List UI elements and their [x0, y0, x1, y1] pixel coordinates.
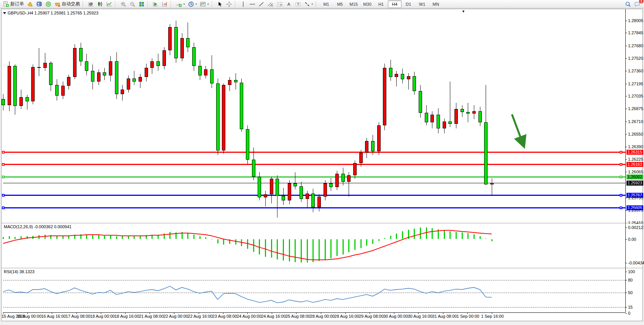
- candle-body-down: [466, 112, 470, 114]
- macd-bar: [336, 239, 338, 256]
- bar-chart-button[interactable]: [86, 0, 96, 8]
- timeframe-d1[interactable]: D1: [402, 0, 415, 8]
- rsi-tick-label: 80: [628, 278, 633, 282]
- equidistant-channel-button[interactable]: E: [266, 0, 275, 8]
- macd-bar: [27, 236, 28, 239]
- candle-body-down: [132, 78, 136, 82]
- chat-button[interactable]: 1: [633, 0, 642, 8]
- new-order-icon: [3, 1, 9, 7]
- date-label: 28 Aug 16:00: [335, 314, 359, 319]
- macd-bar: [408, 230, 409, 239]
- macd-bar: [265, 239, 266, 257]
- macd-bar: [444, 230, 445, 239]
- candle-body-down: [419, 91, 422, 113]
- candle-body-up: [222, 85, 225, 150]
- hline-anchor-right[interactable]: [620, 163, 622, 166]
- candle-wick: [492, 178, 492, 195]
- symbol-dropdown-icon[interactable]: [3, 12, 6, 14]
- hline-1.26163[interactable]: [3, 164, 625, 165]
- chart-shift-marker-icon[interactable]: ▼: [462, 10, 465, 13]
- macd-bar: [485, 239, 486, 239]
- macd-bar: [343, 239, 344, 255]
- text-label-button[interactable]: T: [293, 0, 303, 8]
- timeframe-h1[interactable]: H1: [374, 0, 388, 8]
- hline-anchor-left[interactable]: [2, 194, 5, 197]
- hline-anchor-left[interactable]: [2, 151, 5, 154]
- hline-anchor-left[interactable]: [2, 163, 5, 166]
- hline-anchor-left[interactable]: [2, 176, 5, 178]
- timeframe-m30[interactable]: M30: [360, 0, 374, 8]
- new-order-button[interactable]: 新订单: [2, 0, 26, 8]
- search-button[interactable]: [623, 0, 633, 8]
- price-tick-label: 1.26875: [628, 106, 643, 111]
- hline-anchor-right[interactable]: [620, 151, 622, 154]
- price-tick-label: 1.26390: [628, 144, 643, 149]
- price-tick-label: 1.26065: [628, 170, 643, 174]
- market-watch-button[interactable]: [26, 0, 35, 8]
- hline-anchor-left[interactable]: [2, 207, 5, 209]
- candlestick-chart-button[interactable]: [96, 0, 105, 8]
- rsi-tick-label: 100: [628, 269, 635, 274]
- macd-bar: [74, 235, 75, 239]
- strategy-tester-button[interactable]: [44, 0, 53, 8]
- toolbar: 新订单自动交易▾▾▾EFAT▾M1M5M15M30H1H4D1W1MN1: [0, 0, 644, 8]
- symbol-ohlc-text: GBPUSD-,H4 1.25907 1.25981 1.25765 1.259…: [8, 11, 99, 15]
- timeframe-mn[interactable]: MN: [429, 0, 443, 8]
- text-button[interactable]: A: [284, 0, 293, 8]
- templates-button[interactable]: ▾: [198, 0, 210, 8]
- date-label: 17 Aug 08:00: [66, 314, 91, 319]
- horizontal-line-button[interactable]: [248, 0, 257, 8]
- candle-wick: [450, 82, 450, 127]
- chart-window[interactable]: [1, 9, 643, 321]
- macd-bar: [62, 236, 64, 239]
- toolbar-separator: [171, 1, 173, 7]
- hline-anchor-right[interactable]: [620, 176, 622, 178]
- pane-separator-rsi[interactable]: [2, 268, 642, 269]
- cursor-button[interactable]: [215, 0, 225, 8]
- zoom-in-button[interactable]: [119, 0, 128, 8]
- zoom-out-button[interactable]: [128, 0, 137, 8]
- chevron-down-icon[interactable]: ▾: [312, 3, 313, 6]
- pane-separator-macd[interactable]: [2, 223, 642, 224]
- trendline-button[interactable]: [257, 0, 266, 8]
- candle-body-down: [115, 61, 118, 94]
- timeframe-m5[interactable]: M5: [333, 0, 347, 8]
- chevron-down-icon[interactable]: ▾: [196, 3, 197, 6]
- timeframe-m15[interactable]: M15: [347, 0, 360, 8]
- line-chart-button[interactable]: [105, 0, 114, 8]
- candle-body-down: [300, 186, 303, 199]
- chevron-down-icon[interactable]: ▾: [183, 3, 185, 6]
- macd-bar: [21, 236, 22, 239]
- indicators-button[interactable]: ▾: [174, 0, 187, 8]
- candle-body-up: [8, 66, 11, 105]
- chart-shift-button[interactable]: [160, 0, 169, 8]
- chevron-down-icon[interactable]: ▾: [207, 3, 209, 6]
- arrows-icon: [304, 1, 310, 7]
- candle-body-up: [168, 27, 172, 50]
- timeframe-w1[interactable]: W1: [415, 0, 429, 8]
- tile-windows-button[interactable]: [137, 0, 146, 8]
- autotrading-button[interactable]: 自动交易: [53, 0, 81, 8]
- hline-anchor-right[interactable]: [620, 194, 622, 197]
- timeframe-h4[interactable]: H4: [388, 0, 402, 8]
- hline-anchor-right[interactable]: [620, 207, 622, 209]
- candle-body-down: [293, 183, 297, 186]
- navigator-button[interactable]: [35, 0, 44, 8]
- timeframe-m1[interactable]: M1: [319, 0, 333, 8]
- price-tick-label: 1.25735: [628, 195, 643, 200]
- macd-bar: [235, 239, 236, 245]
- hline-1.26002[interactable]: [3, 176, 625, 178]
- fibonacci-button[interactable]: F: [275, 0, 284, 8]
- candle-body-down: [91, 71, 94, 82]
- candle-body-down: [437, 115, 440, 129]
- arrows-button[interactable]: ▾: [303, 0, 315, 8]
- hline-1.26315[interactable]: [3, 152, 625, 153]
- date-label: 16 Aug 00:00: [17, 314, 41, 319]
- periods-button[interactable]: ▾: [187, 0, 199, 8]
- hline-1.25923[interactable]: [3, 183, 625, 183]
- vertical-line-button[interactable]: [239, 0, 248, 8]
- candle-body-up: [324, 183, 327, 197]
- candle-body-up: [306, 194, 309, 199]
- auto-scroll-button[interactable]: [151, 0, 160, 8]
- crosshair-button[interactable]: [225, 0, 234, 8]
